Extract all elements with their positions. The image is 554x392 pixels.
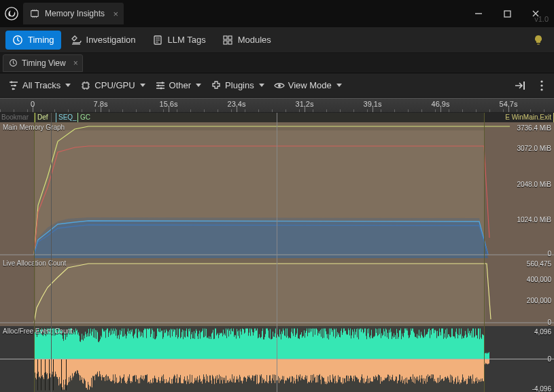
svg-point-21	[540, 84, 542, 86]
svg-rect-700	[489, 352, 489, 359]
svg-point-22	[540, 88, 542, 90]
svg-point-0	[5, 7, 18, 20]
investigation-label: Investigation	[86, 35, 136, 45]
svg-rect-9	[537, 43, 540, 45]
chevron-down-icon	[336, 84, 342, 87]
svg-point-18	[278, 84, 281, 87]
sub-tab-bar: Timing View ×	[0, 53, 554, 73]
bookmarks-row-label: Bookmar	[1, 113, 29, 121]
clock-icon	[12, 35, 23, 46]
more-options-button[interactable]	[534, 77, 550, 94]
app-tab-title: Memory Insights	[45, 9, 105, 18]
svg-rect-2	[504, 11, 510, 17]
svg-rect-5	[224, 36, 227, 39]
all-tracks-label: All Tracks	[22, 80, 60, 90]
ruler-tick-label: 46.9s	[432, 100, 450, 108]
bookmark-exit[interactable]: E WinMain.Exit	[485, 113, 554, 122]
svg-rect-7	[224, 41, 227, 44]
unreal-logo-icon	[3, 5, 20, 22]
minimize-button[interactable]	[464, 3, 493, 24]
modules-icon	[222, 35, 233, 46]
chevron-down-icon	[196, 84, 201, 87]
timing-tab-button[interactable]: Timing	[5, 31, 61, 50]
cpu-icon	[80, 80, 91, 91]
svg-rect-697	[487, 354, 487, 359]
y-axis-label: 2048.0 MiB	[517, 181, 551, 188]
timing-viewport[interactable]: 07.8s15.6s23.4s31.2s39.1s46.9s54.7s Book…	[0, 98, 554, 392]
svg-rect-1368	[487, 359, 488, 365]
other-label: Other	[169, 80, 192, 90]
svg-point-15	[161, 82, 163, 84]
ruler-tick-label: 7.8s	[94, 100, 108, 108]
app-tab[interactable]: Memory Insights ×	[23, 3, 124, 24]
close-tab-icon[interactable]: ×	[73, 58, 78, 68]
y-axis-label: 200,000	[527, 297, 551, 304]
close-tab-icon[interactable]: ×	[113, 9, 118, 19]
ruler-tick-label: 39.1s	[364, 100, 382, 108]
svg-rect-6	[228, 36, 232, 39]
y-axis-label: 3736.4 MiB	[517, 124, 551, 132]
all-tracks-dropdown[interactable]: All Tracks	[4, 76, 73, 95]
maximize-button[interactable]	[493, 3, 521, 24]
filter-icon	[8, 80, 19, 91]
svg-rect-14	[83, 83, 88, 88]
svg-rect-695	[485, 353, 486, 359]
ruler-tick-label: 31.2s	[296, 100, 314, 108]
y-axis-label: 4,096	[534, 328, 551, 336]
y-axis-label: 400,000	[527, 276, 551, 283]
y-axis-label: 0	[547, 355, 551, 363]
plugins-label: Plugins	[225, 80, 254, 90]
chevron-down-icon	[65, 84, 71, 87]
timing-view-tab[interactable]: Timing View ×	[3, 54, 83, 72]
y-axis-label: 3072.0 MiB	[517, 145, 551, 152]
svg-rect-1365	[485, 359, 486, 363]
modules-label: Modules	[238, 35, 271, 45]
sliders-icon	[155, 80, 166, 91]
svg-point-16	[157, 84, 159, 86]
y-axis-label: 1024.0 MiB	[517, 216, 551, 224]
modules-tab-button[interactable]: Modules	[215, 31, 278, 50]
svg-point-20	[540, 80, 542, 82]
ruler-tick-label: 54.7s	[500, 100, 518, 108]
track-toolbar: All Tracks CPU/GPU Other Plugins View Mo…	[0, 73, 554, 98]
svg-rect-1366	[486, 359, 487, 364]
llm-tags-tab-button[interactable]: LLM Tags	[145, 31, 213, 50]
time-ruler[interactable]: 07.8s15.6s23.4s31.2s39.1s46.9s54.7s	[0, 98, 554, 113]
svg-rect-1364	[485, 359, 485, 365]
titlebar: Memory Insights × v1.0	[0, 0, 554, 27]
other-dropdown[interactable]: Other	[151, 76, 205, 95]
eye-icon	[274, 80, 285, 91]
svg-rect-1369	[488, 359, 489, 364]
notes-icon	[152, 35, 163, 46]
timing-view-label: Timing View	[22, 58, 66, 68]
svg-rect-696	[486, 353, 487, 359]
svg-point-11	[11, 81, 13, 83]
svg-rect-8	[228, 41, 232, 44]
hints-bulb-icon[interactable]	[528, 30, 549, 50]
svg-point-13	[12, 88, 14, 90]
cpu-gpu-label: CPU/GPU	[94, 80, 135, 90]
svg-rect-1367	[487, 359, 487, 364]
chevron-down-icon	[259, 84, 264, 87]
svg-rect-19	[523, 82, 525, 90]
investigation-tab-button[interactable]: Investigation	[64, 31, 143, 50]
ruler-tick-label: 23.4s	[228, 100, 246, 108]
cpu-gpu-dropdown[interactable]: CPU/GPU	[76, 76, 148, 95]
y-axis-label: -4,096	[532, 385, 551, 393]
dock-right-button[interactable]	[512, 77, 528, 94]
clock-icon	[9, 58, 18, 67]
plugins-dropdown[interactable]: Plugins	[207, 76, 267, 95]
version-label: v1.0	[534, 15, 549, 23]
view-mode-dropdown[interactable]: View Mode	[270, 76, 345, 95]
ruler-tick-label: 15.6s	[160, 100, 178, 108]
timing-label: Timing	[28, 35, 54, 45]
microscope-icon	[71, 35, 82, 46]
y-axis-label: 560,475	[527, 260, 551, 268]
view-mode-label: View Mode	[288, 80, 332, 90]
svg-point-12	[14, 84, 16, 86]
main-toolbar: Timing Investigation LLM Tags Modules	[0, 27, 554, 53]
svg-rect-698	[487, 353, 488, 359]
svg-rect-699	[488, 353, 489, 359]
memory-insights-icon	[30, 9, 39, 18]
panel-title: Alloc/Free Event Count	[3, 327, 73, 335]
